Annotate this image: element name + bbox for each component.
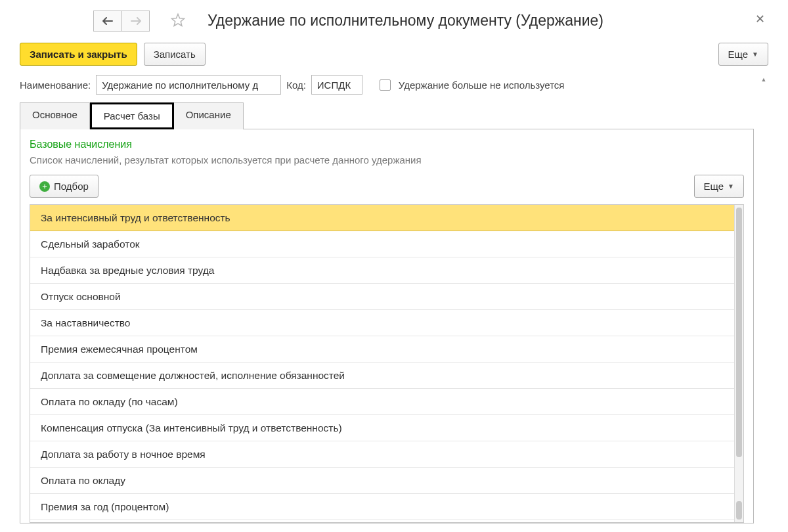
list-item[interactable]: Надбавка за вредные условия труда <box>30 257 743 284</box>
nav-forward-button[interactable] <box>121 11 149 31</box>
list-item[interactable]: Премия ежемесячная процентом <box>30 336 743 363</box>
tab-main-label: Основное <box>32 109 77 120</box>
favorite-star-button[interactable] <box>168 11 188 30</box>
tab-base-calc[interactable]: Расчет базы <box>90 102 174 129</box>
body: Наименование: Код: Удержание больше не и… <box>20 75 754 523</box>
outer-scrollbar[interactable]: ▲ <box>759 75 768 523</box>
list-item[interactable]: Оплата по окладу <box>30 468 743 494</box>
plus-icon: + <box>39 181 50 192</box>
pick-label: Подбор <box>54 181 89 192</box>
code-label: Код: <box>286 79 306 91</box>
list-item[interactable]: За наставничество <box>30 310 743 336</box>
list-item[interactable]: За интенсивный труд и ответственность <box>30 205 743 231</box>
titlebar: Удержание по исполнительному документу (… <box>20 7 768 41</box>
body-wrap: Наименование: Код: Удержание больше не и… <box>20 75 768 523</box>
save-and-close-button[interactable]: Записать и закрыть <box>20 43 137 66</box>
more-button[interactable]: Еще ▼ <box>718 43 768 66</box>
scroll-up-icon[interactable]: ▲ <box>759 75 768 84</box>
unused-checkbox-label: Удержание больше не используется <box>399 79 565 91</box>
star-icon <box>170 12 186 28</box>
arrow-left-icon <box>102 17 113 25</box>
save-and-close-label: Записать и закрыть <box>30 49 127 60</box>
list-item[interactable]: Доплата за совмещение должностей, исполн… <box>30 363 743 389</box>
nav-group <box>93 11 150 32</box>
section-subtitle: Список начислений, результат которых исп… <box>30 154 744 166</box>
list-item[interactable]: Оплата по окладу (по часам) <box>30 389 743 415</box>
list-item[interactable]: Сдельный заработок <box>30 231 743 257</box>
name-label: Наименование: <box>20 79 91 91</box>
list-item[interactable]: Компенсация отпуска (За интенсивный труд… <box>30 415 743 441</box>
close-button[interactable]: ✕ <box>755 12 765 26</box>
tab-description[interactable]: Описание <box>174 102 244 129</box>
name-input[interactable] <box>96 75 281 95</box>
page-title: Удержание по исполнительному документу (… <box>208 12 603 30</box>
panel-more-button[interactable]: Еще ▼ <box>694 175 744 198</box>
list-scroll-thumb[interactable] <box>736 208 742 457</box>
code-input[interactable] <box>311 75 362 95</box>
list-item[interactable]: Премия за год (процентом) <box>30 494 743 520</box>
list-item[interactable]: Отпуск основной <box>30 284 743 310</box>
list-item[interactable]: Доплата за работу в ночное время <box>30 441 743 468</box>
tab-description-label: Описание <box>186 109 231 120</box>
panel-more-label: Еще <box>704 181 724 192</box>
list-scrollbar[interactable] <box>734 205 743 522</box>
chevron-down-icon: ▼ <box>728 183 734 190</box>
tabs: Основное Расчет базы Описание <box>20 102 754 129</box>
tab-base-calc-label: Расчет базы <box>104 110 160 122</box>
form-row: Наименование: Код: Удержание больше не и… <box>20 75 754 102</box>
close-icon: ✕ <box>755 12 765 26</box>
tab-panel: Базовые начисления Список начислений, ре… <box>20 129 754 523</box>
list-inner: За интенсивный труд и ответственностьСде… <box>30 205 743 520</box>
section-title: Базовые начисления <box>30 139 744 150</box>
accruals-list: За интенсивный труд и ответственностьСде… <box>30 204 744 523</box>
arrow-right-icon <box>131 17 141 25</box>
window: Удержание по исполнительному документу (… <box>0 0 788 523</box>
tab-main[interactable]: Основное <box>20 102 90 129</box>
save-button[interactable]: Записать <box>144 43 206 66</box>
unused-checkbox[interactable] <box>380 79 391 91</box>
list-scroll-thumb-bottom[interactable] <box>736 501 742 520</box>
panel-toolbar: + Подбор Еще ▼ <box>30 175 744 198</box>
pick-button[interactable]: + Подбор <box>30 175 98 198</box>
chevron-down-icon: ▼ <box>752 51 758 58</box>
nav-back-button[interactable] <box>94 11 121 31</box>
more-label: Еще <box>728 49 749 60</box>
main-toolbar: Записать и закрыть Записать Еще ▼ <box>20 41 768 75</box>
save-label: Записать <box>154 49 196 60</box>
